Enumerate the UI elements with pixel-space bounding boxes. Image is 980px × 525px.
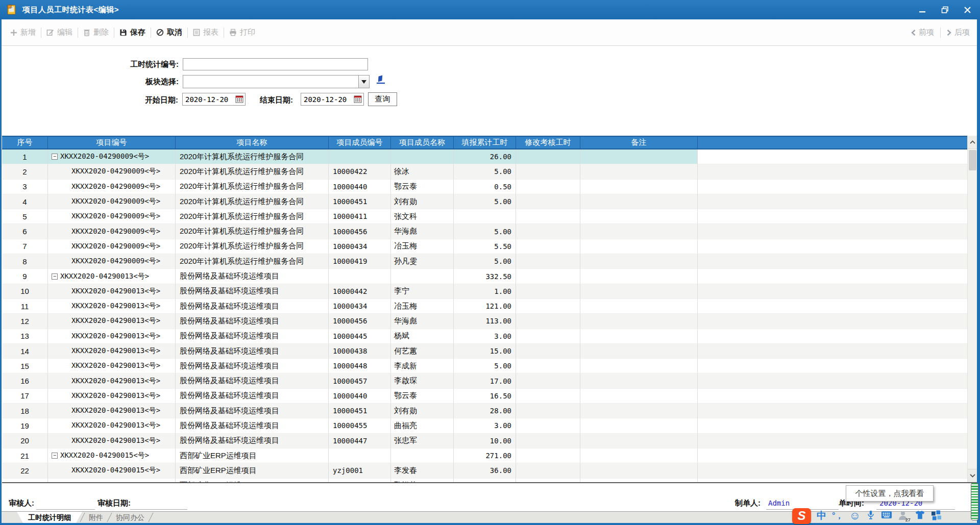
chinese-mode-icon[interactable]: 中 xyxy=(817,509,826,522)
cell-project-name[interactable]: 2020年计算机系统运行维护服务合同 xyxy=(176,209,329,224)
creator-value[interactable]: Admin xyxy=(768,499,790,507)
print-button[interactable]: 打印 xyxy=(224,28,260,37)
cell-seq[interactable]: 14 xyxy=(2,344,48,359)
cell-member-id[interactable]: 10000419 xyxy=(329,254,391,269)
table-row[interactable]: 3XKXX2020-04290009<号>2020年计算机系统运行维护服务合同1… xyxy=(2,180,967,194)
cell-note[interactable] xyxy=(580,149,698,164)
cell-member-id[interactable]: 10000440 xyxy=(329,389,391,404)
save-button[interactable]: 保存 xyxy=(114,28,151,37)
table-row[interactable]: 16XKXX2020-04290013<号>股份网络及基础环境运维项目10000… xyxy=(2,373,967,388)
cell-seq[interactable]: 22 xyxy=(2,463,48,478)
cell-member-name[interactable]: 冶玉梅 xyxy=(391,239,454,254)
cell-project-code[interactable]: XKXX2020-04290013<号> xyxy=(48,329,176,344)
cell-hours[interactable]: 5.00 xyxy=(454,224,516,239)
cell-member-id[interactable]: 10000438 xyxy=(329,344,391,359)
scroll-down-button[interactable] xyxy=(968,469,977,482)
cell-adjusted-hours[interactable] xyxy=(516,389,580,404)
collapse-icon[interactable]: − xyxy=(52,273,58,280)
collapse-icon[interactable]: − xyxy=(52,154,58,160)
cell-project-code[interactable]: −XKXX2020-04290009<号> xyxy=(48,149,176,164)
cell-seq[interactable]: 7 xyxy=(2,239,48,254)
cell-member-name[interactable]: 何艺蕙 xyxy=(391,344,454,359)
cell-member-id[interactable]: yzj0001 xyxy=(329,463,391,478)
cell-hours[interactable]: 3.00 xyxy=(454,418,516,433)
cell-hours[interactable]: 5.00 xyxy=(454,194,516,209)
cell-adjusted-hours[interactable] xyxy=(516,269,580,284)
cell-seq[interactable]: 19 xyxy=(2,418,48,433)
soft-keyboard-button[interactable] xyxy=(881,511,892,521)
cell-seq[interactable]: 12 xyxy=(2,314,48,329)
cell-project-code[interactable]: XKXX2020-04290013<号> xyxy=(48,344,176,359)
cell-member-id[interactable]: 10000422 xyxy=(329,164,391,179)
cell-project-code[interactable]: XKXX2020-04290009<号> xyxy=(48,164,176,179)
cell-note[interactable] xyxy=(580,359,698,373)
cell-adjusted-hours[interactable] xyxy=(516,404,580,418)
cell-note[interactable] xyxy=(580,373,698,388)
cell-member-id[interactable]: 10000456 xyxy=(329,314,391,329)
cell-hours[interactable]: 5.00 xyxy=(454,254,516,269)
cell-member-name[interactable]: 鄂云泰 xyxy=(391,389,454,404)
table-row[interactable]: 21−XKXX2020-04290015<号>西部矿业ERP运维项目271.00 xyxy=(2,448,967,463)
scroll-up-button[interactable] xyxy=(968,136,977,149)
column-header-member-id[interactable]: 项目成员编号 xyxy=(329,137,391,148)
cell-member-name[interactable]: 鄂云泰 xyxy=(391,180,454,194)
tab-attachments[interactable]: 附件 xyxy=(83,512,109,523)
cell-project-name[interactable]: 股份网络及基础环境运维项目 xyxy=(176,329,329,344)
section-input[interactable] xyxy=(183,76,358,88)
cell-project-name[interactable]: 股份网络及基础环境运维项目 xyxy=(176,344,329,359)
cell-adjusted-hours[interactable] xyxy=(516,329,580,344)
cell-note[interactable] xyxy=(580,479,698,482)
cell-project-code[interactable]: XKXX2020-04290013<号> xyxy=(48,284,176,299)
report-button[interactable]: 报表 xyxy=(188,28,224,37)
cell-project-code[interactable]: −XKXX2020-04290013<号> xyxy=(48,269,176,284)
cell-adjusted-hours[interactable] xyxy=(516,344,580,359)
cell-project-name[interactable]: 股份网络及基础环境运维项目 xyxy=(176,373,329,388)
table-row[interactable]: 23XKXX2020-04290015<号>西部矿业ERP运维项目1000041… xyxy=(2,479,967,482)
cell-project-code[interactable]: XKXX2020-04290009<号> xyxy=(48,180,176,194)
cell-adjusted-hours[interactable] xyxy=(516,359,580,373)
cell-member-id[interactable]: 10000434 xyxy=(329,299,391,314)
cell-project-code[interactable]: XKXX2020-04290009<号> xyxy=(48,239,176,254)
cell-hours[interactable]: 0.50 xyxy=(454,180,516,194)
cell-member-name[interactable]: 刘有勋 xyxy=(391,194,454,209)
cell-member-name[interactable]: 孙凡雯 xyxy=(391,254,454,269)
close-button[interactable] xyxy=(962,4,973,15)
cell-note[interactable] xyxy=(580,329,698,344)
cell-note[interactable] xyxy=(580,418,698,433)
cell-member-id[interactable]: 10000451 xyxy=(329,404,391,418)
cell-member-id[interactable]: 10000440 xyxy=(329,180,391,194)
cell-hours[interactable]: 121.00 xyxy=(454,299,516,314)
cell-member-id[interactable]: 10000434 xyxy=(329,239,391,254)
cell-member-name[interactable]: 李发春 xyxy=(391,463,454,478)
tab-hours-detail[interactable]: 工时统计明细 xyxy=(17,512,82,523)
cell-adjusted-hours[interactable] xyxy=(516,373,580,388)
cell-note[interactable] xyxy=(580,314,698,329)
cell-project-name[interactable]: 股份网络及基础环境运维项目 xyxy=(176,434,329,448)
cell-member-name[interactable]: 张忠军 xyxy=(391,434,454,448)
cell-project-name[interactable]: 股份网络及基础环境运维项目 xyxy=(176,269,329,284)
cell-project-code[interactable]: XKXX2020-04290009<号> xyxy=(48,224,176,239)
column-header-project-name[interactable]: 项目名称 xyxy=(176,137,329,148)
cell-seq[interactable]: 3 xyxy=(2,180,48,194)
cell-project-code[interactable]: XKXX2020-04290013<号> xyxy=(48,359,176,373)
cell-member-id[interactable]: 10000455 xyxy=(329,418,391,433)
cell-member-name[interactable]: 孔祥英 xyxy=(391,479,454,482)
cell-hours[interactable] xyxy=(454,209,516,224)
table-row[interactable]: 7XKXX2020-04290009<号>2020年计算机系统运行维护服务合同1… xyxy=(2,239,967,254)
cell-hours[interactable]: 26.00 xyxy=(454,149,516,164)
cell-member-id[interactable]: 10000457 xyxy=(329,373,391,388)
cell-adjusted-hours[interactable] xyxy=(516,418,580,433)
cell-adjusted-hours[interactable] xyxy=(516,224,580,239)
section-dropdown-button[interactable] xyxy=(358,76,369,88)
table-row[interactable]: 6XKXX2020-04290009<号>2020年计算机系统运行维护服务合同1… xyxy=(2,224,967,239)
cell-member-name[interactable]: 杨斌 xyxy=(391,329,454,344)
column-header-member-name[interactable]: 项目成员名称 xyxy=(391,137,454,148)
start-date-calendar-button[interactable] xyxy=(235,95,243,105)
cell-project-name[interactable]: 股份网络及基础环境运维项目 xyxy=(176,314,329,329)
cell-project-name[interactable]: 西部矿业ERP运维项目 xyxy=(176,479,329,482)
cell-project-name[interactable]: 2020年计算机系统运行维护服务合同 xyxy=(176,164,329,179)
cell-member-name[interactable]: 华海彪 xyxy=(391,224,454,239)
cell-adjusted-hours[interactable] xyxy=(516,254,580,269)
cell-hours[interactable]: 332.50 xyxy=(454,269,516,284)
cell-note[interactable] xyxy=(580,284,698,299)
